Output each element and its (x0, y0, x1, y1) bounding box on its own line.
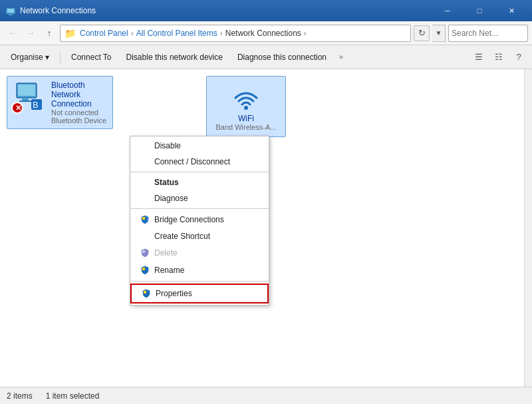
ctx-properties[interactable]: Properties (130, 284, 269, 303)
ctx-delete-shield (140, 248, 150, 258)
svg-rect-4 (18, 85, 35, 96)
svg-rect-12 (142, 217, 145, 220)
ctx-sep-2 (130, 208, 269, 209)
help-button[interactable]: ? (509, 49, 528, 66)
ctx-delete: Delete (130, 244, 269, 262)
search-input[interactable] (452, 29, 532, 38)
wifi-item-detail: Band Wireless-A... (215, 123, 276, 131)
svg-rect-5 (22, 98, 29, 101)
error-overlay: ✕ (11, 102, 23, 114)
window-icon (5, 5, 16, 16)
back-button[interactable]: ← (4, 25, 20, 41)
ctx-bridge-label: Bridge Connections (154, 215, 224, 224)
context-menu: Disable Connect / Disconnect Status Diag… (130, 136, 269, 305)
breadcrumb-control-panel[interactable]: Control Panel (80, 29, 128, 38)
wifi-icon-svg (230, 82, 262, 114)
address-bar: ← → ↑ 📁 Control Panel › All Control Pane… (0, 21, 532, 45)
maximize-button[interactable]: □ (464, 0, 495, 21)
ctx-delete-label: Delete (154, 248, 178, 258)
ctx-shortcut-label: Create Shortcut (154, 232, 210, 241)
title-bar: Network Connections ─ □ ✕ (0, 0, 532, 21)
svg-text:B: B (33, 100, 39, 110)
svg-rect-13 (142, 250, 145, 253)
toolbar: Organise ▾ Connect To Disable this netwo… (0, 45, 532, 69)
ctx-disable[interactable]: Disable (130, 138, 269, 154)
organise-button[interactable]: Organise ▾ (4, 48, 56, 67)
diagnose-connection-button[interactable]: Diagnose this connection (231, 48, 333, 67)
ctx-sep-3 (130, 281, 269, 282)
wifi-item[interactable]: WiFi Band Wireless-A... (206, 76, 286, 137)
ctx-diagnose-label: Diagnose (154, 194, 188, 203)
content-area: B ✕ Bluetooth Network Connection Not con… (0, 69, 524, 387)
close-button[interactable]: ✕ (496, 0, 527, 21)
ctx-properties-label: Properties (156, 289, 192, 298)
bluetooth-network-item[interactable]: B ✕ Bluetooth Network Connection Not con… (7, 76, 113, 129)
ctx-shortcut[interactable]: Create Shortcut (130, 228, 269, 244)
ctx-rename-shield (140, 265, 150, 276)
bluetooth-item-type: Bluetooth Device (51, 116, 107, 124)
connect-to-button[interactable]: Connect To (65, 48, 118, 67)
window-controls: ─ □ ✕ (432, 0, 527, 21)
ctx-rename[interactable]: Rename (130, 262, 269, 279)
view-options-button[interactable]: ☰ (469, 49, 488, 66)
more-button[interactable]: » (334, 48, 348, 67)
status-bar: 2 items 1 item selected (0, 387, 532, 404)
ctx-rename-label: Rename (154, 266, 184, 275)
svg-rect-14 (142, 268, 145, 270)
ctx-status-label: Status (154, 178, 179, 187)
ctx-diagnose[interactable]: Diagnose (130, 190, 269, 206)
bluetooth-item-name: Bluetooth Network Connection (51, 81, 107, 108)
ctx-status[interactable]: Status (130, 174, 269, 190)
refresh-button[interactable]: ↻ (414, 25, 430, 41)
ctx-sep-1 (130, 172, 269, 172)
up-button[interactable]: ↑ (41, 25, 57, 41)
breadcrumb-all-items[interactable]: All Control Panel Items (136, 29, 217, 38)
toolbar-right: ☰ ☷ ? (469, 49, 528, 66)
window-title: Network Connections (20, 6, 432, 15)
svg-rect-15 (144, 291, 146, 294)
svg-point-11 (244, 106, 248, 110)
item-count: 2 items (7, 391, 33, 401)
wifi-item-name: WiFi (238, 114, 254, 123)
scrollbar[interactable] (524, 69, 532, 387)
breadcrumb-network-connections: Network Connections (225, 29, 301, 38)
bluetooth-adapter-icon: B ✕ (13, 81, 45, 112)
svg-rect-1 (7, 9, 14, 13)
address-dropdown-button[interactable]: ▼ (432, 25, 446, 42)
svg-rect-6 (19, 101, 31, 102)
bluetooth-item-info: Bluetooth Network Connection Not connect… (51, 81, 107, 124)
ctx-disable-label: Disable (154, 141, 181, 150)
selected-count: 1 item selected (46, 391, 100, 401)
breadcrumb: 📁 Control Panel › All Control Panel Item… (60, 25, 411, 42)
ctx-connect-label: Connect / Disconnect (154, 157, 230, 166)
disable-network-button[interactable]: Disable this network device (120, 48, 229, 67)
svg-text:✕: ✕ (15, 104, 21, 112)
ctx-bridge-shield (140, 214, 150, 225)
ctx-connect[interactable]: Connect / Disconnect (130, 154, 269, 170)
minimize-button[interactable]: ─ (432, 0, 463, 21)
forward-button[interactable]: → (23, 25, 39, 41)
ctx-properties-shield (141, 288, 152, 299)
search-box[interactable]: 🔍 (448, 25, 528, 42)
bluetooth-item-status: Not connected (51, 108, 107, 116)
view-details-button[interactable]: ☷ (489, 49, 508, 66)
folder-icon: 📁 (65, 28, 76, 39)
ctx-bridge[interactable]: Bridge Connections (130, 211, 269, 228)
svg-rect-2 (9, 14, 13, 15)
toolbar-separator-1 (60, 51, 61, 64)
main-content: B ✕ Bluetooth Network Connection Not con… (0, 69, 532, 387)
